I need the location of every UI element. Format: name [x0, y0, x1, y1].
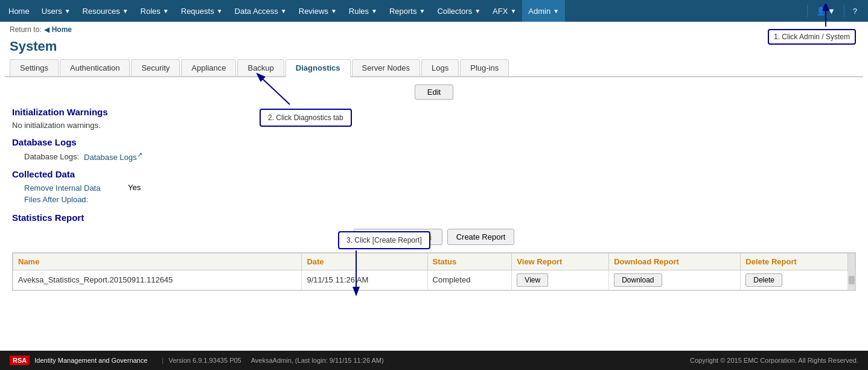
- tab-plug-ins[interactable]: Plug-ins: [460, 59, 509, 76]
- content-area: Edit Initialization Warnings No initiali…: [0, 77, 868, 322]
- breadcrumb-home-link[interactable]: Home: [52, 25, 72, 34]
- stats-buttons-area: Start DB Logging 🔒 Create Report: [12, 229, 856, 245]
- db-logs-heading: Database Logs: [12, 137, 856, 147]
- create-report-button[interactable]: Create Report: [447, 229, 515, 245]
- init-warnings-text: No initialization warnings.: [12, 121, 856, 130]
- db-logs-row: Database Logs: Database Logs↗: [24, 151, 856, 162]
- col-date: Date: [302, 253, 427, 270]
- scroll-column: [848, 253, 855, 270]
- breadcrumb-arrow-icon: ◀: [44, 25, 49, 34]
- breadcrumb: Return to: ◀ Home: [0, 22, 868, 37]
- row-delete-report: Delete: [741, 270, 848, 290]
- start-db-logging-label: Start DB Logging: [363, 232, 423, 241]
- lock-icon: 🔒: [425, 233, 433, 241]
- external-link-icon: ↗: [137, 151, 142, 158]
- statistics-report-table: Name Date Status View Report Download Re…: [13, 253, 855, 290]
- collected-data-heading: Collected Data: [12, 169, 856, 179]
- row-status: Completed: [427, 270, 512, 290]
- nav-data-access[interactable]: Data Access ▼: [229, 0, 293, 22]
- col-download-report: Download Report: [609, 253, 741, 270]
- question-icon: ?: [853, 7, 857, 16]
- person-icon: 👤: [816, 7, 826, 16]
- col-name: Name: [13, 253, 302, 270]
- db-logs-link[interactable]: Database Logs↗: [84, 151, 142, 162]
- row-view-report: View: [512, 270, 609, 290]
- nav-admin[interactable]: Admin ▼: [522, 0, 565, 22]
- top-navigation: Home Users ▼ Resources ▼ Roles ▼ Request…: [0, 0, 868, 22]
- collected-data-row: Remove Internal DataFiles After Upload: …: [24, 183, 856, 205]
- remove-internal-data-label[interactable]: Remove Internal DataFiles After Upload:: [24, 183, 121, 205]
- user-icon-button[interactable]: 👤 ▼: [812, 5, 839, 17]
- row-date: 9/11/15 11:26 AM: [302, 270, 427, 290]
- tab-security[interactable]: Security: [131, 59, 180, 76]
- download-button[interactable]: Download: [614, 273, 662, 287]
- tab-appliance[interactable]: Appliance: [181, 59, 236, 76]
- start-db-logging-button[interactable]: Start DB Logging 🔒: [354, 229, 442, 245]
- nav-collectors[interactable]: Collectors ▼: [431, 0, 487, 22]
- page-title: System: [0, 37, 868, 59]
- tab-authentication[interactable]: Authentication: [60, 59, 130, 76]
- remove-internal-data-value: Yes: [128, 183, 141, 205]
- tab-backup[interactable]: Backup: [237, 59, 284, 76]
- nav-afx[interactable]: AFX ▼: [487, 0, 522, 22]
- db-logs-label: Database Logs:: [24, 152, 79, 161]
- return-label: Return to:: [10, 25, 42, 34]
- col-view-report: View Report: [512, 253, 609, 270]
- edit-button-area: Edit: [12, 85, 856, 100]
- nav-requests[interactable]: Requests ▼: [175, 0, 229, 22]
- init-warnings-heading: Initialization Warnings: [12, 107, 856, 117]
- tab-diagnostics[interactable]: Diagnostics: [286, 59, 351, 77]
- nav-resources[interactable]: Resources ▼: [77, 0, 135, 22]
- nav-users[interactable]: Users ▼: [36, 0, 77, 22]
- row-name: Aveksa_Statistics_Report.20150911.112645: [13, 270, 302, 290]
- nav-reports[interactable]: Reports ▼: [383, 0, 431, 22]
- tab-logs[interactable]: Logs: [421, 59, 459, 76]
- nav-roles[interactable]: Roles ▼: [135, 0, 175, 22]
- nav-home[interactable]: Home: [2, 0, 36, 22]
- nav-reviews[interactable]: Reviews ▼: [293, 0, 343, 22]
- delete-button[interactable]: Delete: [745, 273, 782, 287]
- view-button[interactable]: View: [517, 273, 548, 287]
- nav-user-area: 👤 ▼ ?: [807, 5, 866, 17]
- col-delete-report: Delete Report: [741, 253, 848, 270]
- edit-button[interactable]: Edit: [415, 85, 453, 100]
- table-row: Aveksa_Statistics_Report.20150911.112645…: [13, 270, 855, 290]
- tab-settings[interactable]: Settings: [10, 59, 59, 76]
- tab-server-nodes[interactable]: Server Nodes: [352, 59, 420, 76]
- col-status: Status: [427, 253, 512, 270]
- scroll-cell: [848, 270, 855, 290]
- user-dropdown-arrow: ▼: [828, 7, 835, 16]
- nav-rules[interactable]: Rules ▼: [343, 0, 383, 22]
- row-download-report: Download: [609, 270, 741, 290]
- stats-report-heading: Statistics Report: [12, 212, 856, 223]
- help-button[interactable]: ?: [849, 5, 861, 17]
- tabs-bar: Settings Authentication Security Applian…: [5, 59, 863, 77]
